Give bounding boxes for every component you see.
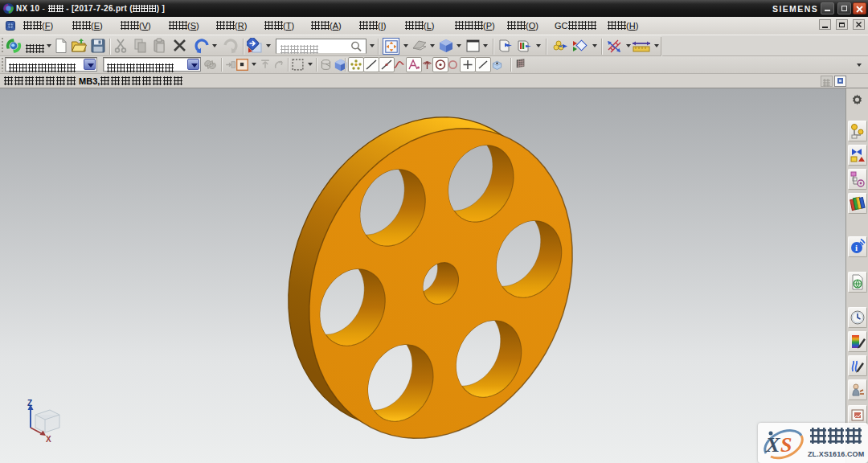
svg-text:Z: Z <box>27 399 32 408</box>
svg-text:X: X <box>46 435 51 444</box>
svg-text:X: X <box>765 433 780 457</box>
svg-text:i: i <box>855 243 858 252</box>
svg-text:S: S <box>780 433 792 457</box>
